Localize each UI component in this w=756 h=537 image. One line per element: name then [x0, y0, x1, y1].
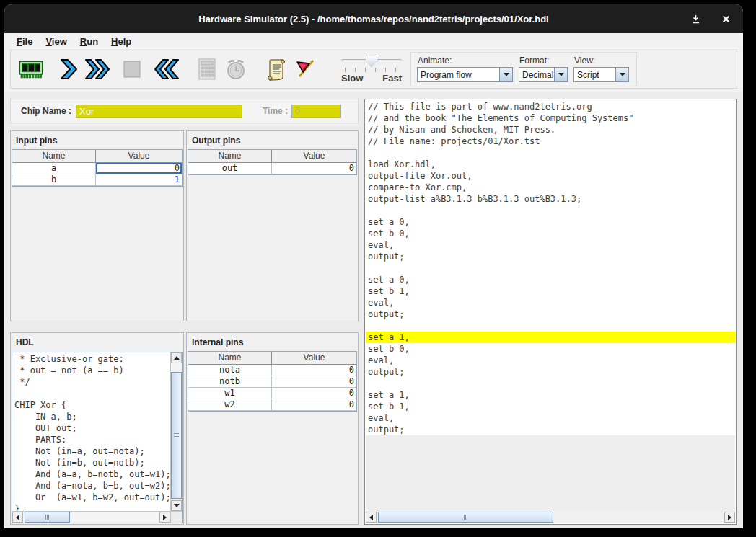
hdl-code-line: Or (a=w1, b=w2, out=out); [14, 492, 170, 503]
script-line: // This file is part of www.nand2tetris.… [366, 101, 735, 112]
scroll-left-button[interactable] [366, 512, 377, 523]
pin-value-cell[interactable]: 1 [96, 174, 182, 185]
load-chip-button[interactable] [17, 53, 45, 86]
clock-button[interactable] [221, 53, 250, 86]
table-header: Name Value [12, 150, 182, 163]
run-button[interactable] [83, 53, 112, 86]
hdl-vertical-scrollbar[interactable] [170, 352, 182, 511]
pin-row: b 1 [12, 174, 182, 186]
script-line: eval, [366, 239, 735, 251]
format-value: Decimal [519, 68, 554, 81]
script-line [366, 378, 735, 389]
chevron-down-icon[interactable] [499, 68, 512, 81]
script-line: set b 0, [366, 343, 735, 355]
pin-value-cell: 0 [272, 163, 356, 174]
breakpoints-button[interactable] [291, 53, 320, 86]
script-line: // and the book "The Elements of Computi… [366, 112, 735, 124]
name-column-header: Name [12, 150, 96, 162]
slider-thumb[interactable] [366, 56, 377, 67]
fast-label: Fast [382, 73, 402, 84]
format-dropdown: Format: Decimal [519, 54, 568, 86]
vertical-scroll-thumb[interactable] [171, 372, 182, 499]
value-column-header: Value [96, 150, 182, 162]
script-line: output; [366, 366, 735, 378]
script-line: // by Nisan and Schocken, MIT Press. [366, 124, 735, 136]
slider-ticks [345, 68, 398, 72]
scroll-left-button[interactable] [12, 512, 23, 523]
script-line: set a 0, [366, 216, 735, 228]
menu-run[interactable]: Run [74, 35, 105, 49]
table-header: Name Value [188, 150, 356, 163]
value-column-header: Value [272, 352, 356, 364]
chevron-down-icon[interactable] [615, 68, 628, 81]
pin-value-cell: 0 [272, 399, 356, 410]
hdl-code-line: CHIP Xor { [14, 399, 170, 411]
single-step-button[interactable] [54, 53, 83, 86]
toolbar: Slow Fast Animate: Program flow Format: … [4, 50, 743, 92]
scroll-up-button[interactable] [171, 352, 182, 363]
calculator-button[interactable] [193, 53, 221, 86]
input-pins-rows: a 0 b 1 [12, 163, 182, 186]
script-line: output-file Xor.out, [366, 170, 735, 182]
hdl-code-view: * Exclusive-or gate: * out = not (a == b… [12, 352, 170, 511]
step-forward-icon [59, 58, 78, 80]
chip-name-field[interactable]: Xor [76, 105, 242, 118]
animate-combobox[interactable]: Program flow [417, 67, 513, 82]
menu-view[interactable]: View [39, 35, 73, 49]
fast-forward-icon [84, 58, 110, 80]
thumb-grip [45, 515, 49, 520]
hdl-horizontal-scrollbar[interactable] [12, 511, 170, 523]
view-dropdown: View: Script [573, 54, 629, 86]
arrow-down-icon [174, 504, 180, 507]
window-controls [690, 4, 731, 33]
name-column-header: Name [188, 150, 272, 162]
minimize-button[interactable] [690, 13, 701, 25]
pin-name: w2 [188, 399, 272, 410]
hdl-code-line: OUT out; [14, 422, 170, 434]
pin-name: b [12, 174, 96, 185]
value-column-header: Value [272, 150, 356, 162]
scroll-down-button[interactable] [171, 500, 182, 511]
chevron-down-icon[interactable] [554, 68, 567, 81]
script-line: set a 1, [366, 332, 735, 343]
arrow-right-icon [163, 515, 167, 520]
script-line: load Xor.hdl, [366, 159, 735, 170]
script-view[interactable]: // This file is part of www.nand2tetris.… [366, 100, 735, 512]
script-line: eval, [366, 412, 735, 424]
chip-name-label: Chip Name : [21, 106, 71, 116]
hdl-code-area[interactable]: * Exclusive-or gate: * out = not (a == b… [12, 352, 183, 523]
thumb-grip [174, 433, 179, 437]
pin-name: w1 [188, 388, 272, 399]
pin-row: nota 0 [188, 365, 356, 376]
script-line: // File name: projects/01/Xor.tst [366, 136, 735, 147]
menu-file[interactable]: File [10, 35, 39, 49]
scroll-right-button[interactable] [159, 512, 170, 523]
script-horizontal-scrollbar[interactable] [366, 512, 735, 523]
pin-row: out 0 [188, 163, 356, 174]
format-combobox[interactable]: Decimal [519, 67, 568, 82]
reset-button[interactable] [152, 53, 181, 86]
hdl-code-line: IN a, b; [14, 411, 170, 422]
script-line: output; [366, 251, 735, 262]
slow-label: Slow [341, 73, 363, 84]
load-script-button[interactable] [262, 53, 291, 86]
hdl-code-line: And (a=nota, b=b, out=w2); [14, 480, 170, 492]
slider-track[interactable] [341, 55, 402, 67]
stop-button[interactable] [118, 53, 146, 86]
horizontal-scroll-thumb[interactable] [25, 512, 70, 523]
scroll-icon [265, 58, 287, 81]
pin-value-cell: 0 [272, 365, 356, 376]
script-line: set b 1, [366, 285, 735, 297]
scroll-right-button[interactable] [724, 512, 735, 523]
script-line: set b 1, [366, 401, 735, 412]
menu-help[interactable]: Help [105, 35, 138, 49]
scrollbar-corner [170, 511, 182, 523]
pin-value-cell[interactable]: 0 [96, 163, 182, 174]
view-combobox[interactable]: Script [573, 67, 629, 82]
animate-value: Program flow [418, 68, 499, 81]
horizontal-scroll-thumb[interactable] [378, 512, 553, 523]
hdl-code-line: Not (in=a, out=nota); [14, 445, 170, 457]
screen: { "window": { "title": "Hardware Simulat… [0, 0, 756, 537]
close-button[interactable] [720, 13, 731, 25]
pin-name: out [188, 163, 272, 174]
